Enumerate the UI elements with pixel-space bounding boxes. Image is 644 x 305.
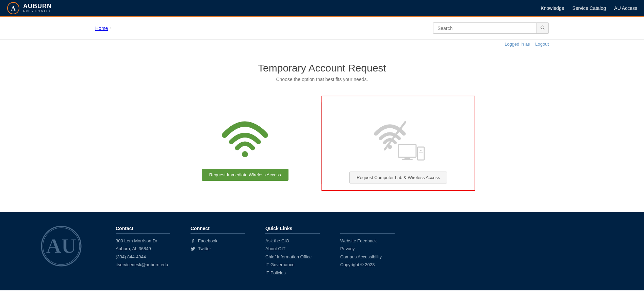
svg-point-12 xyxy=(420,150,422,151)
computer-lab-icon xyxy=(371,121,426,165)
logo-sub: UNIVERSITY xyxy=(23,10,52,13)
footer-columns: Contact 300 Lem Morrison Dr Auburn, AL 3… xyxy=(116,226,395,277)
computer-lab-button[interactable]: Request Computer Lab & Wireless Access xyxy=(349,172,447,183)
quicklink-cio[interactable]: Chief Information Office xyxy=(265,253,320,261)
logo-text: AUBURN UNIVERSITY xyxy=(23,3,52,13)
footer-quicklinks2: Website Feedback Privacy Campus Accessib… xyxy=(340,226,395,277)
search-input[interactable] xyxy=(433,23,536,33)
breadcrumb-home[interactable]: Home xyxy=(95,26,108,31)
auburn-emblem: A xyxy=(7,2,20,15)
auth-bar: Logged in as Logout xyxy=(0,39,644,49)
nav-service-catalog[interactable]: Service Catalog xyxy=(572,5,606,11)
search-button[interactable] xyxy=(536,23,548,33)
svg-rect-9 xyxy=(404,157,410,159)
site-footer: AU Contact 300 Lem Morrison Dr Auburn, A… xyxy=(0,212,644,290)
footer-twitter: Twitter xyxy=(191,245,245,253)
quicklink-it-policies[interactable]: IT Policies xyxy=(265,269,320,277)
footer-contact: Contact 300 Lem Morrison Dr Auburn, AL 3… xyxy=(116,226,170,277)
contact-address2: Auburn, AL 36849 xyxy=(116,245,170,253)
chevron-right-icon: › xyxy=(110,26,111,31)
connect-heading: Connect xyxy=(191,226,245,234)
contact-phone: (334) 844-4944 xyxy=(116,253,170,261)
quicklink-about-oit[interactable]: About OIT xyxy=(265,245,320,253)
svg-text:A: A xyxy=(11,5,16,12)
nav-au-access[interactable]: AU Access xyxy=(614,5,637,11)
contact-address1: 300 Lem Morrison Dr xyxy=(116,237,170,245)
logout-link[interactable]: Logout xyxy=(535,42,549,47)
logged-in-label: Logged in as xyxy=(505,42,530,47)
wireless-access-button[interactable]: Request Immediate Wireless Access xyxy=(202,169,288,181)
twitter-link[interactable]: Twitter xyxy=(198,245,211,253)
footer-connect: Connect Facebook Twitter xyxy=(191,226,245,277)
au-logo-icon: AU xyxy=(41,226,82,267)
main-content: Temporary Account Request Choose the opt… xyxy=(0,49,644,212)
quicklinks2-heading-spacer xyxy=(340,226,395,234)
footer-quicklinks: Quick Links Ask the CIO About OIT Chief … xyxy=(265,226,320,277)
quicklinks-heading: Quick Links xyxy=(265,226,320,234)
svg-rect-8 xyxy=(398,144,416,157)
facebook-link[interactable]: Facebook xyxy=(198,237,217,245)
quicklink-website-feedback[interactable]: Website Feedback xyxy=(340,237,395,245)
facebook-icon xyxy=(191,239,195,243)
header-nav: Knowledge Service Catalog AU Access xyxy=(541,5,637,11)
svg-rect-10 xyxy=(402,159,413,160)
svg-point-5 xyxy=(242,151,248,157)
wireless-card: Request Immediate Wireless Access xyxy=(169,96,321,191)
page-subtitle: Choose the option that best fits your ne… xyxy=(7,77,637,82)
site-header: A AUBURN UNIVERSITY Knowledge Service Ca… xyxy=(0,0,644,17)
search-icon xyxy=(540,25,545,30)
svg-text:AU: AU xyxy=(46,234,77,257)
quicklink-it-governance[interactable]: IT Governance xyxy=(265,261,320,269)
svg-line-4 xyxy=(544,29,545,30)
footer-facebook: Facebook xyxy=(191,237,245,245)
copyright-text: Copyright © 2023 xyxy=(340,262,375,267)
wifi-green-icon xyxy=(218,116,272,157)
twitter-icon xyxy=(191,246,195,251)
search-bar xyxy=(433,22,549,34)
computer-icon xyxy=(398,144,426,165)
computer-lab-card: Request Computer Lab & Wireless Access xyxy=(321,96,475,191)
quicklink-ask-cio[interactable]: Ask the CIO xyxy=(265,237,320,245)
logo-name: AUBURN xyxy=(23,3,52,10)
contact-heading: Contact xyxy=(116,226,170,234)
nav-knowledge[interactable]: Knowledge xyxy=(541,5,564,11)
quicklink-privacy[interactable]: Privacy xyxy=(340,245,395,253)
topbar: Home › xyxy=(0,17,644,39)
svg-point-3 xyxy=(541,26,544,29)
logo-area: A AUBURN UNIVERSITY xyxy=(7,2,52,15)
cards-row: Request Immediate Wireless Access xyxy=(169,96,475,191)
svg-rect-13 xyxy=(419,152,423,153)
contact-email[interactable]: itservicedesk@auburn.edu xyxy=(116,261,170,269)
svg-rect-11 xyxy=(417,147,424,160)
page-title: Temporary Account Request xyxy=(7,62,637,74)
breadcrumb: Home › xyxy=(95,26,111,31)
quicklink-campus-accessibility[interactable]: Campus Accessibility xyxy=(340,253,395,261)
footer-logo: AU xyxy=(34,226,88,267)
